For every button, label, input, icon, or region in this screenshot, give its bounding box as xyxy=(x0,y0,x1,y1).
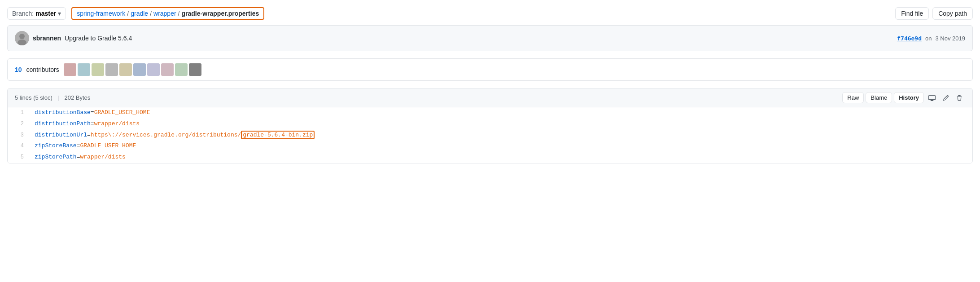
code-key: distributionBase xyxy=(35,109,91,116)
code-val: wrapper/dists xyxy=(80,154,125,160)
table-row: 5zipStorePath=wrapper/dists xyxy=(8,152,972,163)
history-button[interactable]: History xyxy=(894,92,924,103)
file-actions: Raw Blame History xyxy=(842,92,965,103)
code-val: https\://services.gradle.org/distributio… xyxy=(91,132,241,138)
table-row: 4zipStoreBase=GRADLE_USER_HOME xyxy=(8,141,972,152)
line-number: 4 xyxy=(8,141,29,151)
commit-hash[interactable]: f746e9d xyxy=(897,35,922,42)
delete-icon[interactable] xyxy=(954,93,965,103)
file-viewer: 5 lines (5 sloc) | 202 Bytes Raw Blame H… xyxy=(7,88,973,163)
line-number: 1 xyxy=(8,108,29,118)
svg-point-1 xyxy=(19,34,25,39)
highlighted-value: gradle-5.6.4-bin.zip xyxy=(241,131,315,139)
breadcrumb-part-1[interactable]: spring-framework xyxy=(77,10,125,17)
branch-name: master xyxy=(35,10,56,17)
meta-separator: | xyxy=(57,94,59,101)
line-code: distributionBase=GRADLE_USER_HOME xyxy=(29,107,155,119)
current-filename: gradle-wrapper.properties xyxy=(182,10,259,17)
commit-bar-right: f746e9d on 3 Nov 2019 xyxy=(897,35,965,42)
commit-date: 3 Nov 2019 xyxy=(936,35,966,42)
author-avatar xyxy=(15,31,29,45)
contrib-avatar-10 xyxy=(189,63,201,76)
code-key: zipStorePath xyxy=(35,154,77,160)
separator-3: / xyxy=(178,10,180,17)
contrib-avatar-8 xyxy=(161,63,174,76)
commit-bar-left: sbrannen Upgrade to Gradle 5.6.4 xyxy=(15,31,132,45)
branch-selector[interactable]: Branch: master ▾ xyxy=(7,7,66,20)
top-bar-right: Find file Copy path xyxy=(895,7,973,20)
commit-date-prefix: on xyxy=(925,35,932,42)
breadcrumb-part-3[interactable]: wrapper xyxy=(153,10,176,17)
raw-button[interactable]: Raw xyxy=(842,92,864,103)
code-val: GRADLE_USER_HOME xyxy=(94,109,150,116)
table-row: 1distributionBase=GRADLE_USER_HOME xyxy=(8,107,972,119)
code-sep: = xyxy=(91,120,94,127)
top-bar: Branch: master ▾ spring-framework / grad… xyxy=(7,7,973,20)
code-sep: = xyxy=(87,132,91,138)
line-number: 5 xyxy=(8,152,29,163)
commit-bar: sbrannen Upgrade to Gradle 5.6.4 f746e9d… xyxy=(7,25,973,51)
line-number: 2 xyxy=(8,119,29,129)
copy-path-button[interactable]: Copy path xyxy=(932,7,973,20)
breadcrumb: spring-framework / gradle / wrapper / gr… xyxy=(71,7,264,20)
file-lines: 5 lines xyxy=(15,94,32,101)
find-file-button[interactable]: Find file xyxy=(895,7,929,20)
file-size: 202 Bytes xyxy=(64,94,90,101)
commit-author: sbrannen xyxy=(33,35,61,42)
contributors-count[interactable]: 10 xyxy=(15,66,22,73)
top-bar-left: Branch: master ▾ spring-framework / grad… xyxy=(7,7,264,20)
table-row: 2distributionPath=wrapper/dists xyxy=(8,119,972,130)
file-viewer-header: 5 lines (5 sloc) | 202 Bytes Raw Blame H… xyxy=(8,88,972,107)
commit-message: Upgrade to Gradle 5.6.4 xyxy=(65,35,132,42)
code-sep: = xyxy=(91,109,94,116)
contrib-avatar-9 xyxy=(175,63,188,76)
contrib-avatar-2 xyxy=(78,63,90,76)
file-content: 1distributionBase=GRADLE_USER_HOME2distr… xyxy=(8,107,972,163)
file-sloc: (5 sloc) xyxy=(33,94,52,101)
separator-2: / xyxy=(150,10,152,17)
separator-1: / xyxy=(127,10,129,17)
code-key: distributionPath xyxy=(35,120,91,127)
code-val: GRADLE_USER_HOME xyxy=(80,142,136,149)
contributors-bar: 10 contributors xyxy=(7,58,973,81)
blame-button[interactable]: Blame xyxy=(866,92,892,103)
edit-icon[interactable] xyxy=(940,93,952,103)
contrib-avatar-4 xyxy=(105,63,118,76)
contributor-avatars xyxy=(64,63,201,76)
breadcrumb-part-2[interactable]: gradle xyxy=(131,10,148,17)
contributors-label: contributors xyxy=(26,66,59,73)
chevron-down-icon: ▾ xyxy=(58,10,61,17)
contrib-avatar-5 xyxy=(119,63,132,76)
contrib-avatar-3 xyxy=(92,63,104,76)
contrib-avatar-6 xyxy=(133,63,146,76)
line-code: distributionUrl=https\://services.gradle… xyxy=(29,130,320,141)
contrib-avatar-1 xyxy=(64,63,76,76)
line-code: distributionPath=wrapper/dists xyxy=(29,119,145,130)
line-code: zipStoreBase=GRADLE_USER_HOME xyxy=(29,141,141,152)
code-key: zipStoreBase xyxy=(35,142,77,149)
branch-label: Branch: xyxy=(12,10,34,17)
desktop-icon[interactable] xyxy=(926,93,938,103)
code-val: wrapper/dists xyxy=(94,120,140,127)
code-key: distributionUrl xyxy=(35,132,87,138)
line-code: zipStorePath=wrapper/dists xyxy=(29,152,131,163)
line-number: 3 xyxy=(8,130,29,141)
table-row: 3distributionUrl=https\://services.gradl… xyxy=(8,130,972,141)
file-meta: 5 lines (5 sloc) | 202 Bytes xyxy=(15,94,90,101)
contrib-avatar-7 xyxy=(147,63,160,76)
